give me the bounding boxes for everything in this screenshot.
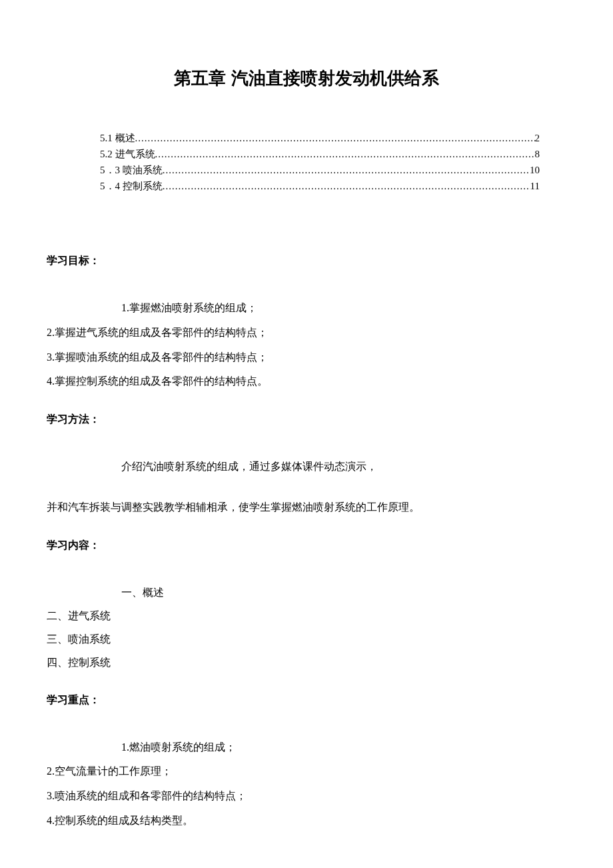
list-item: 二、进气系统 [47, 604, 566, 627]
toc-leader [155, 146, 535, 162]
list-item: 2.掌握进气系统的组成及各零部件的结构特点； [47, 321, 566, 345]
table-of-contents: 5.1 概述 2 5.2 进气系统 8 5．3 喷油系统 10 5．4 控制系统… [100, 130, 540, 194]
list-item: 3.喷油系统的组成和各零部件的结构特点； [47, 784, 566, 809]
list-item: 三、喷油系统 [47, 627, 566, 651]
toc-page: 2 [535, 130, 540, 146]
toc-leader [163, 178, 530, 194]
chapter-title: 第五章 汽油直接喷射发动机供给系 [47, 67, 566, 90]
toc-page: 8 [535, 146, 540, 162]
section-heading-methods: 学习方法： [47, 413, 566, 427]
section-heading-content: 学习内容： [47, 539, 566, 553]
toc-entry: 5.1 概述 2 [100, 130, 540, 146]
toc-entry: 5．4 控制系统 11 [100, 178, 540, 194]
content-list: 一、概述 二、进气系统 三、喷油系统 四、控制系统 [47, 581, 566, 675]
toc-label: 5.2 进气系统 [100, 146, 155, 162]
toc-leader [163, 162, 530, 178]
list-item: 2.空气流量计的工作原理； [47, 759, 566, 784]
objectives-list: 1.掌握燃油喷射系统的组成； 2.掌握进气系统的组成及各零部件的结构特点； 3.… [47, 296, 566, 394]
list-item: 1.燃油喷射系统的组成； [47, 735, 566, 760]
toc-label: 5．4 控制系统 [100, 178, 163, 194]
toc-page: 11 [530, 178, 540, 194]
list-item: 3.掌握喷油系统的组成及各零部件的结构特点； [47, 345, 566, 370]
section-heading-objectives: 学习目标： [47, 254, 566, 268]
methods-paragraph: 介绍汽油喷射系统的组成，通过多媒体课件动态演示， [47, 455, 566, 479]
toc-entry: 5.2 进气系统 8 [100, 146, 540, 162]
methods-paragraph: 并和汽车拆装与调整实践教学相辅相承，使学生掌握燃油喷射系统的工作原理。 [47, 495, 566, 520]
toc-page: 10 [530, 162, 540, 178]
section-heading-focus: 学习重点： [47, 693, 566, 707]
toc-label: 5．3 喷油系统 [100, 162, 163, 178]
toc-leader [135, 130, 535, 146]
list-item: 一、概述 [47, 581, 566, 604]
toc-entry: 5．3 喷油系统 10 [100, 162, 540, 178]
list-item: 1.掌握燃油喷射系统的组成； [47, 296, 566, 321]
list-item: 4.控制系统的组成及结构类型。 [47, 809, 566, 833]
toc-label: 5.1 概述 [100, 130, 135, 146]
list-item: 4.掌握控制系统的组成及各零部件的结构特点。 [47, 369, 566, 394]
focus-list: 1.燃油喷射系统的组成； 2.空气流量计的工作原理； 3.喷油系统的组成和各零部… [47, 735, 566, 833]
list-item: 四、控制系统 [47, 651, 566, 674]
